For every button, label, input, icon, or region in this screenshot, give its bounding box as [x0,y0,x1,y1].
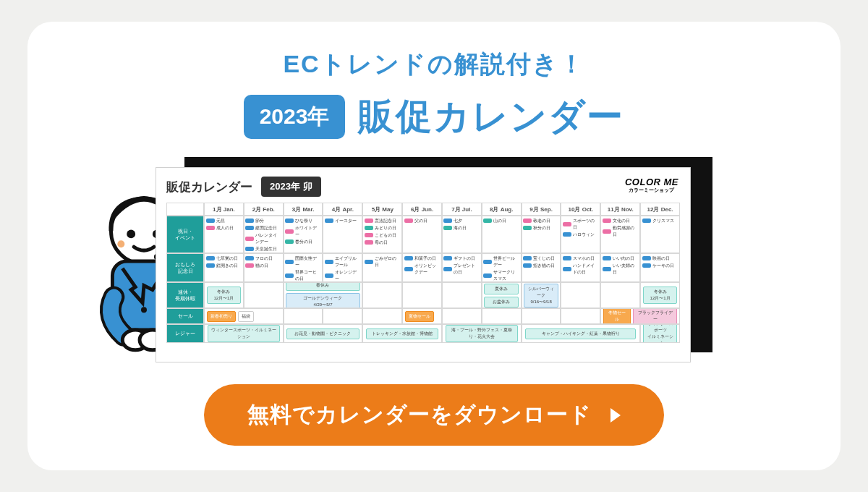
leisure-cell: キャンプ・ハイキング・紅葉・果物狩り [522,324,641,343]
row-label-sale: セール [166,308,204,324]
holiday-cell: 春休みゴールデンウィーク 4/29〜5/7 [284,282,363,308]
fun-cell: エイプリルフールオレンジデー [323,253,362,282]
event-cell: ひな祭りホワイトデー春分の日 [284,216,323,253]
holiday-cell [402,282,442,308]
fun-cell: フロの日猫の日 [244,253,284,282]
event-cell: 七夕海の日 [442,216,482,253]
event-chip: 国際女性デー [285,255,321,268]
event-chip: 世界ビールデー [483,255,519,268]
event-chip: ごみゼロの日 [365,255,401,268]
event-cell: 元旦成人の日 [204,216,244,253]
event-chip: 勤労感謝の日 [603,225,639,238]
event-chip: 建国記念日 [245,225,281,232]
fun-cell: ギフトの日プレゼントの日 [442,253,482,282]
sale-cell [442,308,482,324]
month-header: 7月 Jul. [442,203,482,216]
event-chip: エイプリルフール [325,255,361,268]
holiday-cell: シルバーウィーク 9/16〜9/18 [522,282,561,308]
holiday-cell: 冬休み 12月〜1月 [640,282,680,308]
event-chip: ハロウィン [563,232,599,238]
event-chip: みどりの日 [365,225,401,232]
sale-cell [561,308,600,324]
event-chip: 鏡開きの日 [206,263,242,269]
holiday-cell [362,282,402,308]
sheet-title: 販促カレンダー [166,179,252,195]
event-chip: ホワイトデー [285,225,321,238]
brand-logo: COLOR ME カラーミーショップ [625,177,678,194]
event-chip: プレゼントの日 [443,263,480,276]
fun-cell: 映画の日ケーキの日 [640,253,680,282]
event-cell: 憲法記念日みどりの日こどもの日母の日 [362,216,402,253]
calendar-preview: 販促カレンダー 2023年 卯 COLOR ME カラーミーショップ 1月 Ja… [156,157,712,361]
event-cell: 父の日 [402,216,442,253]
event-chip: スポーツの日 [563,218,599,231]
event-chip: バレンタインデー [245,232,281,245]
row-label-events: 祝日・ イベント [166,216,204,253]
event-chip: オレンジデー [325,269,361,282]
event-cell: 敬老の日秋分の日 [522,216,561,253]
event-chip: 秋分の日 [523,225,559,232]
event-chip: 節分 [245,218,281,224]
sale-cell [284,308,323,324]
leisure-cell: ウィンタースポーツ・イルミネーション [204,324,284,343]
month-header: 1月 Jan. [204,203,244,216]
leisure-cell: トレッキング・水族館・博物館 [362,324,442,343]
event-cell: スポーツの日ハロウィン [561,216,600,253]
holiday-cell [442,282,482,308]
fun-cell: 和菓子の日オリンピックデー [402,253,442,282]
event-chip: 映画の日 [642,255,678,262]
fun-cell: スマホの日ハンドメイドの日 [561,253,600,282]
event-chip: サマークリスマス [483,269,519,282]
event-chip: ひな祭り [285,218,321,224]
event-chip: ケーキの日 [642,263,678,269]
event-chip: イースター [325,218,361,224]
fun-cell: 世界ビールデーサマークリスマス [482,253,522,282]
month-header: 6月 Jun. [402,203,442,216]
sale-cell: 夏物セール [402,308,442,324]
month-header: 8月 Aug. [482,203,522,216]
sale-cell: 冬物セールブラックフライデー [600,308,680,324]
fun-cell: 宝くじの日招き猫の日 [522,253,561,282]
leisure-cell: 海・プール・野外フェス・夏祭り・花火大会 [442,324,522,343]
event-cell: 節分建国記念日バレンタインデー天皇誕生日 [244,216,284,253]
month-header: 2月 Feb. [244,203,284,216]
play-icon [610,408,621,423]
event-chip: 憲法記念日 [365,218,401,224]
event-chip: いい夫婦の日 [603,263,639,276]
month-header: 5月 May [362,203,402,216]
svg-point-8 [141,307,147,313]
event-chip: 宝くじの日 [523,255,559,262]
event-chip: 七草粥の日 [206,255,242,262]
event-chip: 父の日 [404,218,441,224]
holiday-cell [600,282,640,308]
month-header: 11月 Nov. [600,203,640,216]
fun-cell: ごみゼロの日 [362,253,402,282]
event-chip: 世界コーヒの日 [285,269,321,282]
event-chip: 文化の日 [603,218,639,224]
event-chip: オリンピックデー [404,263,441,276]
fun-cell: いい肉の日いい夫婦の日 [600,253,640,282]
leisure-cell: お花見・動物園・ピクニック [284,324,363,343]
event-chip: 海の日 [443,225,480,232]
calendar-sheet: 販促カレンダー 2023年 卯 COLOR ME カラーミーショップ 1月 Ja… [156,167,691,362]
event-chip: 招き猫の日 [523,263,559,269]
event-cell: 文化の日勤労感謝の日 [600,216,640,253]
event-chip: 山の日 [483,218,519,224]
holiday-cell [561,282,600,308]
row-label-fun: おもしろ 記念日 [166,253,204,282]
download-button[interactable]: 無料でカレンダーをダウンロード [204,384,664,446]
month-header: 12月 Dec. [640,203,680,216]
event-cell: イースター [323,216,362,253]
sheet-year-badge: 2023年 卯 [261,177,321,197]
year-badge: 2023年 [244,95,346,139]
sale-cell [482,308,522,324]
month-header: 4月 Apr. [323,203,362,216]
event-cell: 山の日 [482,216,522,253]
event-chip: 天皇誕生日 [245,246,281,253]
holiday-cell: 冬休み 12月〜1月 [204,282,244,308]
cta-label: 無料でカレンダーをダウンロード [247,400,592,430]
promo-card: ECトレンドの解説付き！ 2023年 販促カレンダー [27,22,841,470]
holiday-cell [244,282,284,308]
event-chip: クリスマス [642,218,678,224]
main-title: 販促カレンダー [358,93,624,141]
